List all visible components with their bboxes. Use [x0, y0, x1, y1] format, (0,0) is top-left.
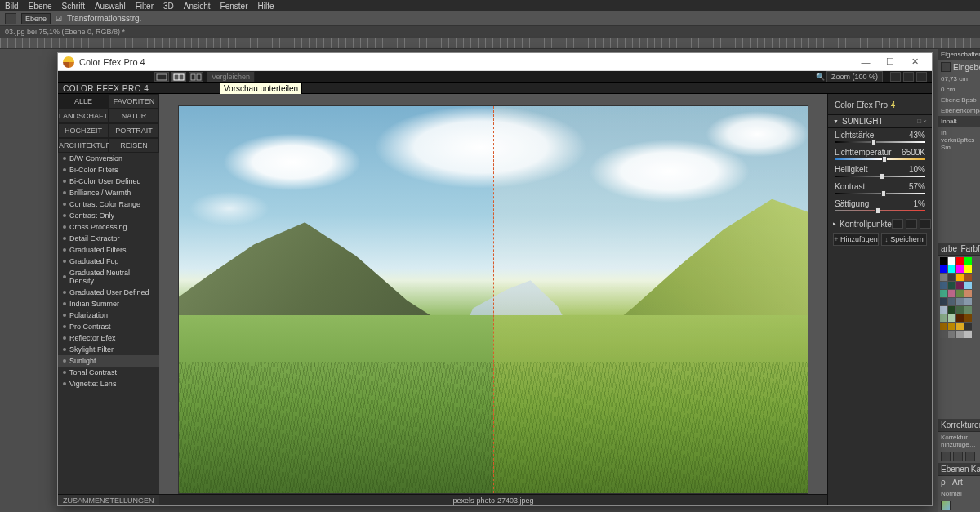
zoom-select[interactable]: Zoom (100 %) [826, 71, 883, 82]
swatch[interactable] [956, 323, 964, 330]
swatch[interactable] [940, 282, 947, 289]
minimize-button[interactable]: — [853, 55, 878, 69]
filter-item[interactable]: Bi-Color Filters [58, 164, 159, 176]
swatch[interactable] [940, 314, 947, 322]
filter-item[interactable]: Cross Processing [58, 221, 159, 233]
slider-track[interactable] [835, 210, 925, 211]
swatch[interactable] [948, 298, 956, 305]
swatch[interactable] [956, 331, 964, 338]
filter-item[interactable]: Tonal Contrast [58, 367, 159, 378]
view-single-button[interactable] [154, 72, 169, 82]
slider-thumb[interactable] [880, 173, 884, 180]
swatches-grid[interactable] [938, 256, 980, 340]
swatch[interactable] [964, 257, 972, 265]
swatch[interactable] [964, 265, 972, 273]
slider-track[interactable] [835, 141, 925, 143]
save-recipe-button[interactable]: Speichern [881, 233, 927, 246]
category-favoriten[interactable]: FAVORITEN [109, 94, 159, 109]
slider-track[interactable] [835, 158, 925, 160]
menu-bild[interactable]: Bild [5, 2, 19, 11]
swatch[interactable] [940, 274, 947, 281]
document-tab[interactable]: 03.jpg bei 75,1% (Ebene 0, RGB/8) * [0, 26, 980, 38]
swatch[interactable] [948, 290, 956, 297]
category-reisen[interactable]: REISEN [109, 138, 159, 153]
swatch[interactable] [956, 314, 964, 322]
menu-auswahl[interactable]: Auswahl [95, 2, 126, 11]
swatch[interactable] [948, 323, 956, 330]
filter-item[interactable]: Vignette: Lens [58, 378, 159, 390]
filter-item[interactable]: Pro Contrast [58, 321, 159, 332]
settings-icon[interactable] [903, 72, 914, 82]
swatch[interactable] [964, 323, 972, 330]
view-split-button[interactable] [172, 72, 186, 82]
swatch[interactable] [948, 314, 956, 322]
swatch[interactable] [964, 274, 972, 281]
swatch[interactable] [940, 265, 947, 273]
swatch[interactable] [948, 274, 956, 281]
compare-button[interactable]: Vergleichen [207, 71, 255, 82]
swatch[interactable] [940, 290, 947, 297]
swatch[interactable] [956, 257, 964, 265]
category-natur[interactable]: NATUR [109, 109, 159, 123]
filter-item[interactable]: Indian Summer [58, 298, 159, 309]
filter-item[interactable]: Graduated Neutral Density [58, 267, 159, 287]
histogram-icon[interactable] [890, 72, 901, 82]
split-divider[interactable] [493, 106, 494, 493]
filter-item[interactable]: Skylight Filter [58, 344, 159, 355]
menu-fenster[interactable]: Fenster [220, 2, 248, 11]
filter-item[interactable]: Graduated User Defined [58, 287, 159, 298]
menu-schrift[interactable]: Schrift [62, 2, 85, 11]
filter-item[interactable]: B/W Conversion [58, 153, 159, 164]
swatch[interactable] [956, 290, 964, 297]
swatch[interactable] [940, 298, 947, 305]
preview-canvas[interactable]: pexels-photo-27403.jpeg [159, 94, 827, 505]
swatches-tabs[interactable]: arbe Farbfelder [938, 243, 980, 256]
swatch[interactable] [956, 306, 964, 314]
filter-item[interactable]: Sunlight [58, 355, 159, 367]
menu-ebene[interactable]: Ebene [29, 2, 52, 11]
swatch[interactable] [964, 290, 972, 297]
category-portrait[interactable]: PORTRAIT [109, 123, 159, 138]
category-hochzeit[interactable]: HOCHZEIT [58, 123, 109, 138]
swatch[interactable] [948, 257, 956, 265]
filter-item[interactable]: Contrast Color Range [58, 198, 159, 210]
filter-item[interactable]: Graduated Fog [58, 256, 159, 267]
remove-point-icon[interactable] [906, 219, 917, 229]
swatch[interactable] [940, 331, 947, 338]
swatch[interactable] [964, 306, 972, 314]
menu-hilfe[interactable]: Hilfe [258, 2, 274, 11]
filter-item[interactable]: Graduated Filters [58, 244, 159, 256]
swatch[interactable] [948, 265, 956, 273]
control-points-row[interactable]: ▸Kontrollpunkte [828, 217, 932, 230]
swatch[interactable] [964, 282, 972, 289]
slider-track[interactable] [835, 193, 925, 194]
filter-item[interactable]: Brilliance / Warmth [58, 187, 159, 198]
swatch[interactable] [948, 306, 956, 314]
swatch[interactable] [956, 298, 964, 305]
filter-item[interactable]: Reflector Efex [58, 332, 159, 344]
swatch[interactable] [956, 265, 964, 273]
swatch[interactable] [940, 306, 947, 314]
menu-3d[interactable]: 3D [163, 2, 174, 11]
add-point-icon[interactable] [892, 219, 903, 229]
swatch[interactable] [956, 282, 964, 289]
close-button[interactable]: ✕ [902, 55, 927, 69]
slider-thumb[interactable] [875, 207, 880, 214]
slider-thumb[interactable] [882, 156, 887, 163]
help-icon[interactable] [916, 72, 927, 82]
swatch[interactable] [964, 331, 972, 338]
swatch[interactable] [948, 282, 956, 289]
menu-ansicht[interactable]: Ansicht [184, 2, 211, 11]
category-landschaft[interactable]: LANDSCHAFT [58, 109, 109, 123]
filter-section-header[interactable]: ▼SUNLIGHT – □ × [828, 114, 932, 128]
menu-filter[interactable]: Filter [136, 2, 154, 11]
tool-icon[interactable] [5, 13, 16, 24]
category-architektur[interactable]: ARCHITEKTUR [58, 138, 109, 153]
layer-thumb[interactable] [941, 501, 951, 510]
swatch[interactable] [964, 314, 972, 322]
recipes-section[interactable]: ZUSAMMENSTELLUNGEN [58, 494, 159, 505]
filter-item[interactable]: Contrast Only [58, 210, 159, 221]
add-filter-button[interactable]: Hinzufügen [833, 233, 879, 246]
swatch[interactable] [956, 274, 964, 281]
dialog-titlebar[interactable]: Color Efex Pro 4 — ☐ ✕ [58, 53, 932, 71]
